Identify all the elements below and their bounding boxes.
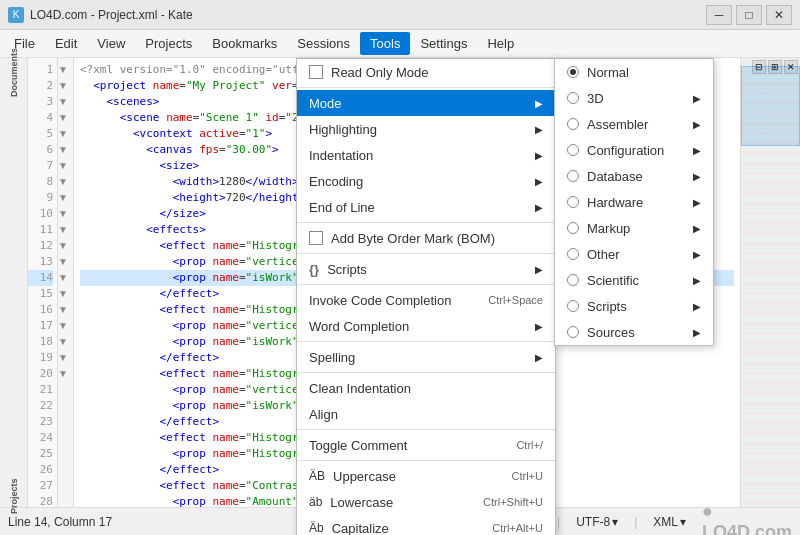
menu-item-indentation[interactable]: Indentation ▶ xyxy=(297,142,555,168)
menu-item-codecomplete[interactable]: Invoke Code Completion Ctrl+Space xyxy=(297,287,555,313)
menubar: File Edit View Projects Bookmarks Sessio… xyxy=(0,30,800,58)
menu-item-endofline[interactable]: End of Line ▶ xyxy=(297,194,555,220)
hardware-arrow-icon: ▶ xyxy=(693,197,701,208)
readonly-checkbox[interactable] xyxy=(309,65,323,79)
configuration-label: Configuration xyxy=(587,143,664,158)
menu-item-uppercase[interactable]: ÄB Uppercase Ctrl+U xyxy=(297,463,555,489)
3d-label: 3D xyxy=(587,91,604,106)
mode-item-hardware[interactable]: Hardware ▶ xyxy=(555,189,713,215)
maximize-button[interactable]: □ xyxy=(736,5,762,25)
scientific-arrow-icon: ▶ xyxy=(693,275,701,286)
menu-item-highlighting[interactable]: Highlighting ▶ xyxy=(297,116,555,142)
menu-tools[interactable]: Tools xyxy=(360,32,410,55)
mode-item-other[interactable]: Other ▶ xyxy=(555,241,713,267)
menu-item-lowercase[interactable]: äb Lowercase Ctrl+Shift+U xyxy=(297,489,555,515)
menu-item-mode[interactable]: Mode ▶ xyxy=(297,90,555,116)
mode-item-database[interactable]: Database ▶ xyxy=(555,163,713,189)
menu-item-scripts[interactable]: {} Scripts ▶ xyxy=(297,256,555,282)
normal-radio xyxy=(567,66,579,78)
indentation-arrow-icon: ▶ xyxy=(535,150,543,161)
spelling-label: Spelling xyxy=(309,350,355,365)
menu-item-spelling[interactable]: Spelling ▶ xyxy=(297,344,555,370)
lowercase-shortcut: Ctrl+Shift+U xyxy=(483,496,543,508)
uppercase-label: Uppercase xyxy=(333,469,396,484)
hardware-label: Hardware xyxy=(587,195,643,210)
menu-item-readonly[interactable]: Read Only Mode xyxy=(297,59,555,85)
highlighting-arrow-icon: ▶ xyxy=(535,124,543,135)
menu-sep-7 xyxy=(297,429,555,430)
menu-item-encoding[interactable]: Encoding ▶ xyxy=(297,168,555,194)
fold-arrows: ▼▼▼▼▼ ▼▼ ▼▼ ▼ ▼ ▼▼ ▼▼ ▼▼ ▼▼ ▼ xyxy=(58,58,74,507)
menu-edit[interactable]: Edit xyxy=(45,32,87,55)
sidebar-documents-icon[interactable]: Documents xyxy=(3,62,25,84)
sources-radio xyxy=(567,326,579,338)
scripts-mode-arrow-icon: ▶ xyxy=(693,301,701,312)
scientific-radio xyxy=(567,274,579,286)
app-icon: K xyxy=(8,7,24,23)
lowercase-label: Lowercase xyxy=(330,495,393,510)
mode-item-scripts[interactable]: Scripts ▶ xyxy=(555,293,713,319)
menu-help[interactable]: Help xyxy=(477,32,524,55)
encoding-dropdown[interactable]: UTF-8 ▾ xyxy=(576,515,618,529)
togglecomment-shortcut: Ctrl+/ xyxy=(516,439,543,451)
close-button[interactable]: ✕ xyxy=(766,5,792,25)
menu-projects[interactable]: Projects xyxy=(135,32,202,55)
scripts-arrow-icon: ▶ xyxy=(535,264,543,275)
cursor-position: Line 14, Column 17 xyxy=(8,515,112,529)
assembler-radio xyxy=(567,118,579,130)
mode-item-scientific[interactable]: Scientific ▶ xyxy=(555,267,713,293)
sidebar-projects-icon[interactable]: Projects xyxy=(3,485,25,507)
scripts-mode-radio xyxy=(567,300,579,312)
mode-item-3d[interactable]: 3D ▶ xyxy=(555,85,713,111)
mode-item-sources[interactable]: Sources ▶ xyxy=(555,319,713,345)
mode-label: Mode xyxy=(309,96,342,111)
menu-item-align[interactable]: Align xyxy=(297,401,555,427)
mode-item-normal[interactable]: Normal xyxy=(555,59,713,85)
sources-arrow-icon: ▶ xyxy=(693,327,701,338)
line-numbers: 12345 678910 1112131415 1617181920 21222… xyxy=(28,58,58,507)
mode-item-assembler[interactable]: Assembler ▶ xyxy=(555,111,713,137)
menu-bookmarks[interactable]: Bookmarks xyxy=(202,32,287,55)
menu-sep-1 xyxy=(297,87,555,88)
normal-label: Normal xyxy=(587,65,629,80)
menu-sep-6 xyxy=(297,372,555,373)
menu-item-bom[interactable]: Add Byte Order Mark (BOM) xyxy=(297,225,555,251)
encoding-arrow: ▾ xyxy=(612,515,618,529)
sidebar-left: Documents Projects xyxy=(0,58,28,507)
readonly-label: Read Only Mode xyxy=(331,65,429,80)
cursor-position-text: Line 14, Column 17 xyxy=(8,515,112,529)
wordcomplete-arrow-icon: ▶ xyxy=(535,321,543,332)
mode-item-markup[interactable]: Markup ▶ xyxy=(555,215,713,241)
menu-item-cleanindent[interactable]: Clean Indentation xyxy=(297,375,555,401)
highlighting-label: Highlighting xyxy=(309,122,377,137)
minimap: ✕ ⊟ ⊞ xyxy=(740,58,800,507)
scientific-label: Scientific xyxy=(587,273,639,288)
capitalize-label: Capitalize xyxy=(332,521,389,536)
mode-dropdown[interactable]: XML ▾ xyxy=(653,515,686,529)
lowercase-icon: äb xyxy=(309,495,322,509)
menu-item-wordcomplete[interactable]: Word Completion ▶ xyxy=(297,313,555,339)
menu-sessions[interactable]: Sessions xyxy=(287,32,360,55)
minimize-button[interactable]: ─ xyxy=(706,5,732,25)
align-label: Align xyxy=(309,407,338,422)
menu-item-capitalize[interactable]: Äb Capitalize Ctrl+Alt+U xyxy=(297,515,555,535)
mode-item-configuration[interactable]: Configuration ▶ xyxy=(555,137,713,163)
3d-arrow-icon: ▶ xyxy=(693,93,701,104)
logo: ● LO4D.com xyxy=(702,501,792,536)
cleanindent-label: Clean Indentation xyxy=(309,381,411,396)
3d-radio xyxy=(567,92,579,104)
wordcomplete-label: Word Completion xyxy=(309,319,409,334)
markup-label: Markup xyxy=(587,221,630,236)
configuration-radio xyxy=(567,144,579,156)
menu-sep-8 xyxy=(297,460,555,461)
bom-checkbox[interactable] xyxy=(309,231,323,245)
menu-item-togglecomment[interactable]: Toggle Comment Ctrl+/ xyxy=(297,432,555,458)
menu-settings[interactable]: Settings xyxy=(410,32,477,55)
scripts-braces-icon: {} xyxy=(309,262,319,277)
codecomplete-shortcut: Ctrl+Space xyxy=(488,294,543,306)
other-label: Other xyxy=(587,247,620,262)
database-arrow-icon: ▶ xyxy=(693,171,701,182)
menu-view[interactable]: View xyxy=(87,32,135,55)
capitalize-icon: Äb xyxy=(309,521,324,535)
indentation-label: Indentation xyxy=(309,148,373,163)
